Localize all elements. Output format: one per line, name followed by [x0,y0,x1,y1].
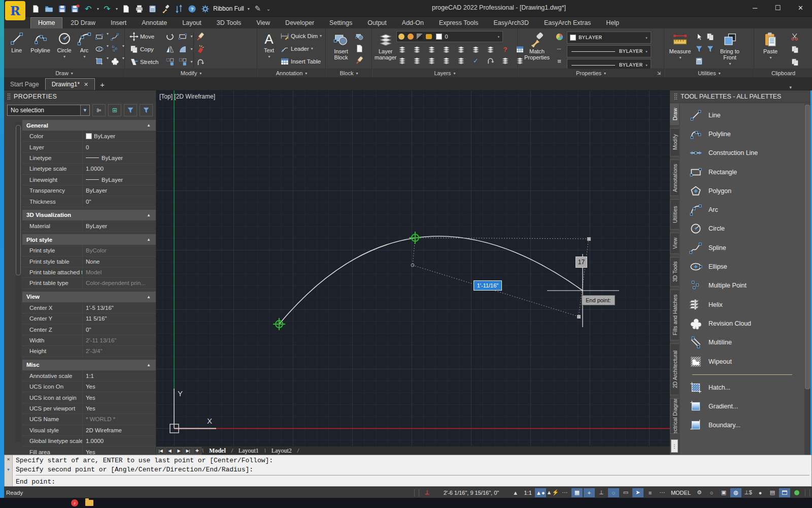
quick-props-icon[interactable]: ⊥$ [742,488,754,497]
tab-model[interactable]: Model [204,447,231,455]
copy-button[interactable]: Copy [129,43,158,55]
undo-icon[interactable]: ↶ [83,4,93,14]
selection-dropdown-icon[interactable]: ▼ [80,105,89,115]
section-3d-visualization[interactable]: 3D Visualization▲ [22,210,156,221]
tab-drawing1[interactable]: Drawing1*✕ [45,78,95,90]
palette-item-gradient[interactable]: Gradient... [680,397,804,416]
erase-icon[interactable] [195,31,206,42]
grid-toggle-icon[interactable]: ▦ [571,488,583,497]
palette-more-button[interactable]: ⋮ [671,439,678,453]
ribbon-mode-dropdown-icon[interactable]: ▾ [248,7,250,11]
copy-clip-icon[interactable] [789,44,800,54]
join-icon[interactable] [195,57,206,67]
annotation-auto-icon[interactable]: ▲● [535,488,546,497]
text-button[interactable]: A Text▾ [260,29,278,68]
progecad-logo[interactable]: R [5,1,25,20]
add-layout-button[interactable]: ✚ [193,447,201,455]
tool-palettes-header[interactable]: TOOL PALETTES - ALL PALETTES [670,90,810,103]
layer-freeze-tool-icon[interactable] [426,44,437,54]
linetype-combo[interactable]: BYLAYER ▾ [567,45,651,57]
tab-close-icon[interactable]: ✕ [84,81,88,88]
section-general[interactable]: General▲ [22,120,156,131]
tab-3d-tools[interactable]: 3D Tools [210,18,248,28]
layer-unknown-icon[interactable]: ? [499,44,511,54]
tab-add-on[interactable]: Add-On [395,18,431,28]
taskbar-app-icon[interactable]: ♪ [71,499,78,506]
palette-item-multiple-point[interactable]: Multiple Point [680,276,804,295]
palette-tab-fills-hatches[interactable]: Fills and Hatches [670,290,679,340]
lineweight-combo-dropdown-icon[interactable]: ▾ [642,63,651,68]
maximize-button[interactable]: ☐ [766,0,789,15]
palette-grip[interactable] [7,93,11,100]
new-file-icon[interactable] [30,4,41,14]
esnap-toggle-icon[interactable]: ◌ [608,488,619,497]
help-icon[interactable] [187,4,197,14]
revision-line-icon[interactable] [110,31,121,42]
clipboard-panel-caption[interactable]: Clipboard [755,69,812,77]
ortho-indicator-icon[interactable]: ⊥ [422,488,433,497]
dynamic-dimension-input[interactable]: 1'-11/16" [473,280,502,291]
drawing-canvas[interactable]: [Top] [2D Wireframe] Y X [156,90,670,446]
ortho-toggle-icon[interactable]: ⊥ [596,488,607,497]
cut-icon[interactable] [789,31,800,42]
copy-base-icon[interactable] [789,57,800,67]
snap-toggle-icon[interactable]: + [584,488,595,497]
rotate-icon[interactable] [164,31,176,42]
layer-check-icon[interactable]: ✓ [470,55,481,66]
palette-item-rectangle[interactable]: Rectangle [680,163,804,181]
edit-attributes-icon[interactable] [354,43,365,53]
match-properties-button[interactable]: Match Properties [520,29,554,68]
minimize-button[interactable]: ─ [743,0,766,15]
properties-scrollbar-thumb[interactable] [16,125,21,275]
property-row-visual-style[interactable]: Visual style2D Wireframe [22,425,156,436]
insert-block-button[interactable]: Insert Block [328,29,354,68]
property-row-ucs-per-viewport[interactable]: UCS per viewportYes [22,403,156,414]
tab-settings[interactable]: Settings [322,18,359,28]
tab-express-tools[interactable]: Express Tools [432,18,486,28]
command-prompt[interactable]: End point: [16,478,809,487]
lwt-toggle-icon[interactable]: ≡ [645,488,656,497]
properties-panel-caption[interactable]: Properties▾⇲ [518,69,664,77]
tab-developer[interactable]: Developer [278,18,321,28]
palette-item-arc[interactable]: Arc [680,200,804,219]
coordinates-readout[interactable]: 2'-6 1/16", 9 15/16", 0" [433,490,510,496]
palette-item-wipeout[interactable]: Wipeout [680,352,804,371]
layer-copy-objects-icon[interactable] [499,55,511,66]
redo-icon[interactable]: ↷ [102,4,112,14]
palette-item-construction-line[interactable]: Construction Line [680,144,804,163]
insert-table-button[interactable]: Insert Table [280,55,322,68]
property-row-linetype-scale[interactable]: Linetype scale1.0000 [22,164,156,174]
ribbon-mode-selector[interactable]: Ribbon Full [213,5,244,12]
mirror-icon[interactable] [164,44,176,54]
property-row-annotative-scale[interactable]: Annotative scale1:1 [22,371,156,382]
next-tab-button[interactable]: ▶ [175,447,183,455]
property-row-print-style[interactable]: Print styleByColor [22,245,156,256]
properties-expand-icon[interactable]: ⇲ [657,71,661,76]
property-row-ucs-icon-on[interactable]: UCS icon OnYes [22,382,156,392]
layer-unlock-icon[interactable] [441,55,452,66]
anno-lock-icon[interactable]: ○ [706,488,717,497]
color-wheel-icon[interactable] [554,31,565,42]
scale-icon[interactable] [177,31,188,42]
section-plot-style[interactable]: Plot style▲ [22,234,156,245]
annotation-scale-label[interactable]: 1:1 [522,490,534,496]
tab-layout[interactable]: Layout [175,18,209,28]
quick-dim-button[interactable]: Quick Dim▾ [280,29,322,42]
layer-isolate-icon[interactable] [411,55,422,66]
fillet-icon[interactable] [177,44,188,54]
layer-thaw-all-icon[interactable] [426,55,437,66]
etrack-toggle-icon[interactable]: ▭ [620,488,631,497]
sync-icon[interactable] [174,4,184,14]
save-as-icon[interactable]: ✱ [70,4,80,14]
annotation-visibility-icon[interactable]: ▲ [510,488,521,497]
command-line[interactable]: ✕ ▼ Specify start of arc, ENTER to use l… [4,455,812,487]
linetype-list-icon[interactable]: ┄ [554,44,565,54]
properties-palette-header[interactable]: PROPERTIES [4,90,156,103]
stretch-button[interactable]: Stretch [129,55,158,68]
explode-icon[interactable] [195,44,206,54]
palette-item-multiline[interactable]: Multiline [680,333,804,352]
tab-start-page[interactable]: Start Page [4,79,45,90]
save-icon[interactable] [57,4,67,14]
select-objects-icon[interactable]: ⊞ [108,104,121,116]
new-drawing-button[interactable]: + [95,79,110,90]
